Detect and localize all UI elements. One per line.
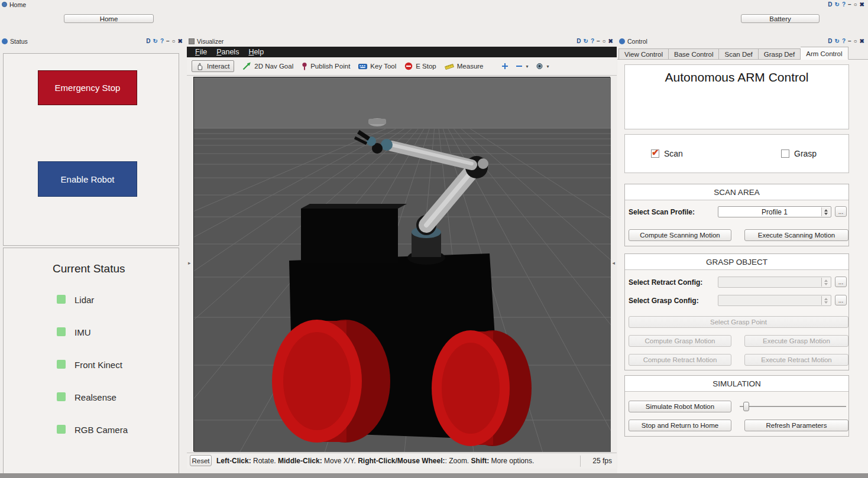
tab-scan-def[interactable]: Scan Def xyxy=(719,48,758,60)
control-window-controls: D ↻ ? – ○ ✖ xyxy=(828,38,864,45)
restore-icon[interactable]: ○ xyxy=(854,1,857,8)
home-button[interactable]: Home xyxy=(64,14,154,23)
enable-robot-button[interactable]: Enable Robot xyxy=(38,161,137,197)
execute-grasp-motion-button[interactable]: Execute Grasp Motion xyxy=(744,335,848,347)
nav-goal-tool[interactable]: 2D Nav Goal xyxy=(242,62,293,70)
dock-icon[interactable]: D xyxy=(576,38,581,45)
help-icon[interactable]: ? xyxy=(591,38,594,45)
scan-profile-more-button[interactable]: ... xyxy=(835,206,847,217)
simulate-robot-motion-button[interactable]: Simulate Robot Motion xyxy=(629,401,731,412)
compute-retract-motion-button[interactable]: Compute Retract Motion xyxy=(629,354,731,366)
reload-icon[interactable]: ↻ xyxy=(835,1,840,8)
tab-grasp-def[interactable]: Grasp Def xyxy=(759,48,801,60)
tab-view-control[interactable]: View Control xyxy=(618,48,669,60)
help-icon[interactable]: ? xyxy=(842,1,846,8)
status-panel-icon xyxy=(2,38,8,44)
emergency-stop-button[interactable]: Emergency Stop xyxy=(38,70,137,105)
slider-track[interactable] xyxy=(740,406,846,408)
tab-base-control[interactable]: Base Control xyxy=(669,48,719,60)
nav-goal-arrow-icon xyxy=(242,62,251,70)
reset-button[interactable]: Reset xyxy=(190,455,212,466)
reload-icon[interactable]: ↻ xyxy=(584,38,588,45)
menu-panels[interactable]: Panels xyxy=(216,48,239,56)
remove-display-tool[interactable]: ▾ xyxy=(516,63,529,70)
add-display-tool[interactable] xyxy=(501,63,509,70)
minimize-icon[interactable]: – xyxy=(597,38,600,45)
grasp-checkbox[interactable]: Grasp xyxy=(781,149,817,158)
visualizer-menubar: File Panels Help xyxy=(187,47,617,57)
spinner-icon[interactable] xyxy=(821,278,830,287)
visualizer-titlebar: Visualizer D ↻ ? – ○ ✖ xyxy=(187,37,617,47)
retract-config-more-button[interactable]: ... xyxy=(835,277,847,287)
dock-icon[interactable]: D xyxy=(828,38,832,45)
interact-tool[interactable]: Interact xyxy=(192,60,234,72)
close-icon[interactable]: ✖ xyxy=(860,38,864,45)
device-label: Front Kinect xyxy=(75,360,122,370)
3d-viewport[interactable] xyxy=(193,77,610,451)
execute-scanning-motion-button[interactable]: Execute Scanning Motion xyxy=(744,229,848,241)
restore-icon[interactable]: ○ xyxy=(172,38,176,45)
key-tool[interactable]: Key Tool xyxy=(358,63,396,70)
close-icon[interactable]: ✖ xyxy=(178,38,183,45)
reload-icon[interactable]: ↻ xyxy=(153,38,158,45)
restore-icon[interactable]: ○ xyxy=(854,38,857,45)
simulation-slider[interactable] xyxy=(740,402,846,411)
mode-checkbox-box: ✔ Scan Grasp xyxy=(624,134,849,173)
camera-view-tool[interactable]: ▾ xyxy=(536,63,549,70)
app-icon xyxy=(2,2,7,7)
menu-file[interactable]: File xyxy=(195,48,207,56)
select-grasp-point-button[interactable]: Select Grasp Point xyxy=(629,316,848,328)
chevron-down-icon: ▾ xyxy=(526,64,529,69)
help-icon[interactable]: ? xyxy=(160,38,164,45)
execute-retract-motion-button[interactable]: Execute Retract Motion xyxy=(744,354,848,366)
tab-arm-control[interactable]: Arm Control xyxy=(801,47,848,60)
minimize-icon[interactable]: – xyxy=(166,38,170,45)
grasp-config-select[interactable] xyxy=(718,295,831,306)
status-ok-indicator xyxy=(57,392,66,401)
reload-icon[interactable]: ↻ xyxy=(835,38,840,45)
application-window: Home D ↻ ? – ○ ✖ Home Battery Status D ↻… xyxy=(0,0,868,478)
restore-icon[interactable]: ○ xyxy=(603,38,606,45)
minimize-icon[interactable]: – xyxy=(848,38,851,45)
measure-tool[interactable]: Measure xyxy=(445,63,484,70)
panel-collapse-handle-right[interactable]: ◂ xyxy=(612,260,615,266)
chevron-down-icon: ▾ xyxy=(547,64,549,69)
scan-profile-select[interactable]: Profile 1 xyxy=(718,206,831,217)
page-title: Autonomous ARM Control xyxy=(625,65,848,84)
arm-control-heading-box: Autonomous ARM Control xyxy=(624,64,849,129)
compute-scanning-motion-button[interactable]: Compute Scanning Motion xyxy=(629,229,731,241)
tool-label: 2D Nav Goal xyxy=(254,63,293,70)
publish-point-tool[interactable]: Publish Point xyxy=(302,62,350,70)
fps-counter: 25 fps xyxy=(580,456,612,467)
refresh-parameters-button[interactable]: Refresh Parameters xyxy=(744,420,848,431)
status-window-controls: D ↻ ? – ○ ✖ xyxy=(146,38,183,45)
menu-help[interactable]: Help xyxy=(248,48,264,56)
spinner-icon[interactable] xyxy=(821,296,830,305)
compute-grasp-motion-button[interactable]: Compute Grasp Motion xyxy=(629,335,731,347)
spinner-icon[interactable] xyxy=(821,207,830,216)
checkbox-square[interactable]: ✔ xyxy=(651,149,659,158)
dock-icon[interactable]: D xyxy=(146,38,150,45)
stop-and-return-home-button[interactable]: Stop and Return to Home xyxy=(629,420,731,431)
checkbox-square[interactable] xyxy=(781,149,789,158)
battery-button[interactable]: Battery xyxy=(741,14,820,23)
e-stop-tool[interactable]: E Stop xyxy=(404,62,436,70)
status-panel-title: Status xyxy=(10,38,28,45)
visualizer-window-controls: D ↻ ? – ○ ✖ xyxy=(576,38,613,45)
device-row-lidar: Lidar xyxy=(4,295,179,304)
device-label: RGB Camera xyxy=(75,425,128,435)
checkbox-label: Grasp xyxy=(794,149,817,158)
help-icon[interactable]: ? xyxy=(842,38,846,45)
grasp-config-more-button[interactable]: ... xyxy=(835,295,847,305)
tool-label: Publish Point xyxy=(310,63,350,70)
close-icon[interactable]: ✖ xyxy=(860,1,864,8)
retract-config-select[interactable] xyxy=(718,277,831,288)
hint-bold: Left-Click: xyxy=(216,457,251,465)
close-icon[interactable]: ✖ xyxy=(608,38,613,45)
panel-collapse-handle-left[interactable]: ▸ xyxy=(188,260,191,266)
minimize-icon[interactable]: – xyxy=(848,1,851,8)
grasp-object-header: GRASP OBJECT xyxy=(625,254,848,270)
slider-handle[interactable] xyxy=(743,402,749,411)
dock-icon[interactable]: D xyxy=(828,1,832,8)
scan-checkbox[interactable]: ✔ Scan xyxy=(651,149,683,158)
